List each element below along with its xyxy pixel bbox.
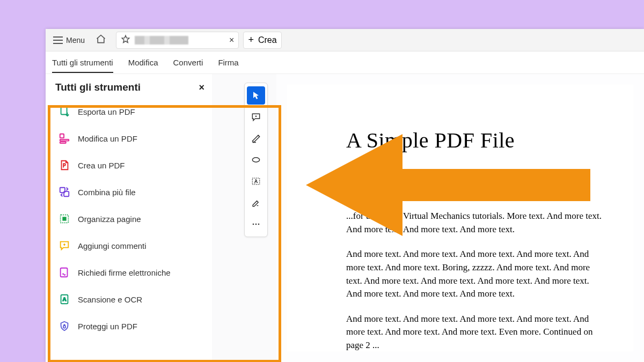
tool-create-pdf[interactable]: Crea un PDF	[55, 153, 212, 177]
svg-rect-11	[63, 326, 65, 328]
document-viewport[interactable]: A Simple PDF File a small demonstration …	[276, 74, 644, 362]
textbox-tool-icon: A	[251, 176, 261, 187]
sign-tool-icon	[251, 197, 261, 208]
sign-tool[interactable]	[247, 194, 265, 212]
create-tab-button[interactable]: + Crea	[243, 32, 281, 49]
menubar-edit[interactable]: Modifica	[128, 52, 158, 73]
more-tools[interactable]	[247, 215, 265, 233]
add-comments-icon	[58, 240, 70, 252]
tool-protect-pdf[interactable]: Proteggi un PDF	[55, 314, 212, 338]
select-tool[interactable]	[247, 86, 265, 105]
combine-files-icon	[58, 186, 70, 198]
svg-rect-1	[60, 134, 64, 138]
home-icon	[96, 34, 106, 46]
tool-organize-pages[interactable]: Organizza pagine	[55, 207, 212, 231]
titlebar: Menu × + Crea	[46, 29, 644, 51]
draw-tool-icon	[251, 154, 261, 165]
close-panel-button[interactable]: ×	[199, 82, 204, 93]
pdf-app-window: Menu × + Crea Tutti gli strumenti Modifi…	[46, 29, 644, 362]
pdf-paragraph: And more text. And more text. And more t…	[346, 313, 606, 352]
home-button[interactable]	[90, 32, 112, 49]
select-tool-icon	[251, 90, 261, 101]
tool-list: Esporta un PDF Modifica un PDF Crea un P…	[55, 100, 212, 338]
tool-label: Combina più file	[78, 188, 136, 197]
highlight-tool[interactable]	[247, 129, 265, 147]
tool-combine-files[interactable]: Combina più file	[55, 180, 212, 204]
star-icon	[121, 34, 130, 46]
scan-ocr-icon: A	[58, 293, 70, 305]
create-label: Crea	[258, 35, 277, 45]
tool-request-signatures[interactable]: Richiedi firme elettroniche	[55, 261, 212, 284]
protect-pdf-icon	[58, 320, 70, 332]
main-menu-button[interactable]: Menu	[49, 32, 89, 49]
organize-pages-icon	[58, 213, 70, 225]
svg-point-12	[252, 158, 259, 162]
comment-tool-icon	[251, 112, 261, 122]
tool-label: Crea un PDF	[78, 161, 125, 170]
plus-icon: +	[248, 34, 254, 46]
menu-label: Menu	[66, 36, 85, 45]
svg-point-17	[258, 224, 260, 225]
draw-tool[interactable]	[247, 151, 265, 169]
tool-label: Modifica un PDF	[78, 134, 137, 143]
tool-label: Scansione e OCR	[78, 295, 142, 304]
tool-export-pdf[interactable]: Esporta un PDF	[55, 100, 212, 123]
panel-header: Tutti gli strumenti ×	[55, 82, 212, 93]
pdf-page: A Simple PDF File a small demonstration …	[287, 85, 633, 351]
request-signatures-icon	[58, 267, 70, 278]
tool-label: Aggiungi commenti	[78, 241, 147, 250]
create-pdf-icon	[58, 159, 70, 171]
vertical-toolbar: A	[244, 83, 268, 237]
svg-rect-0	[61, 107, 67, 115]
pdf-subtitle: a small demonstration .pdf file -	[346, 185, 606, 196]
svg-point-16	[255, 224, 257, 225]
svg-rect-2	[60, 139, 69, 141]
pdf-paragraph: ...for use in the Virtual Mechanics tuto…	[346, 210, 606, 236]
tool-edit-pdf[interactable]: Modifica un PDF	[55, 127, 212, 150]
more-tools-icon	[251, 219, 261, 230]
svg-rect-8	[61, 268, 68, 277]
document-title-redacted	[135, 36, 188, 45]
edit-pdf-icon	[58, 132, 70, 144]
svg-rect-3	[60, 142, 66, 143]
tool-label: Esporta un PDF	[78, 107, 135, 116]
hamburger-icon	[53, 36, 63, 44]
menubar: Tutti gli strumenti Modifica Converti Fi…	[46, 51, 644, 74]
svg-point-15	[253, 224, 254, 225]
all-tools-panel: Tutti gli strumenti × Esporta un PDF Mod…	[46, 74, 212, 362]
tool-label: Richiedi firme elettroniche	[78, 268, 171, 277]
menubar-convert[interactable]: Converti	[173, 52, 203, 73]
textbox-tool[interactable]: A	[247, 172, 265, 190]
document-tab[interactable]: ×	[116, 32, 239, 49]
svg-text:A: A	[63, 297, 67, 302]
tool-label: Organizza pagine	[78, 215, 141, 224]
content-area: Tutti gli strumenti × Esporta un PDF Mod…	[46, 74, 644, 362]
highlight-tool-icon	[251, 133, 261, 144]
tool-scan-ocr[interactable]: A Scansione e OCR	[55, 287, 212, 311]
export-pdf-icon	[58, 106, 70, 117]
pdf-paragraph: And more text. And more text. And more t…	[346, 248, 606, 301]
menubar-sign[interactable]: Firma	[218, 52, 238, 73]
panel-title: Tutti gli strumenti	[55, 82, 141, 93]
svg-rect-7	[62, 217, 66, 220]
close-tab-button[interactable]: ×	[229, 35, 234, 45]
tool-add-comments[interactable]: Aggiungi commenti	[55, 234, 212, 257]
menubar-all-tools[interactable]: Tutti gli strumenti	[52, 52, 113, 73]
pdf-title: A Simple PDF File	[346, 128, 606, 153]
svg-text:A: A	[254, 179, 258, 184]
tool-label: Proteggi un PDF	[78, 322, 137, 331]
comment-tool[interactable]	[247, 108, 265, 126]
